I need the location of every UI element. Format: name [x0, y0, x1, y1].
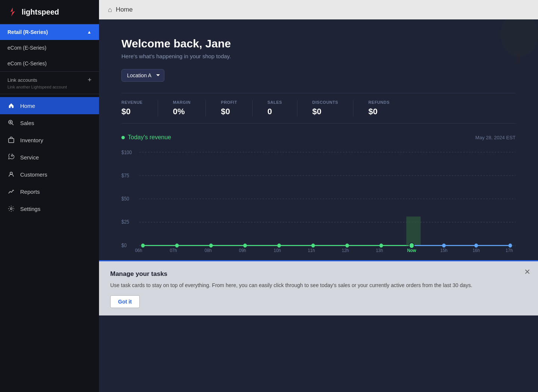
svg-text:11h: 11h	[308, 248, 315, 253]
service-icon	[7, 153, 15, 161]
sidebar-item-settings[interactable]: Settings	[0, 200, 99, 217]
svg-line-1	[12, 124, 14, 125]
stat-margin: MARGIN 0%	[173, 100, 206, 116]
svg-point-31	[508, 243, 512, 248]
stats-bar: REVENUE $0 MARGIN 0% PROFIT $0 SALES 0 D…	[121, 93, 516, 124]
svg-point-5	[10, 172, 12, 174]
stat-refunds-label: REFUNDS	[368, 100, 390, 105]
welcome-title: Welcome back, Jane	[121, 37, 516, 50]
link-accounts-button[interactable]: Link accounts +	[7, 76, 92, 84]
inventory-icon	[7, 136, 15, 144]
topbar-home-icon: ⌂	[108, 6, 112, 14]
sidebar-item-service[interactable]: Service	[0, 149, 99, 166]
svg-rect-19	[406, 217, 420, 246]
brand-name: lightspeed	[22, 8, 59, 16]
top-bar: ⌂ Home	[99, 0, 538, 19]
svg-text:07h: 07h	[170, 248, 177, 253]
sidebar-item-customers[interactable]: Customers	[0, 166, 99, 183]
task-card-close-button[interactable]: ✕	[524, 267, 531, 276]
svg-point-23	[243, 243, 247, 248]
svg-point-24	[277, 243, 281, 248]
revenue-chart-svg: $100 $75 $50 $25 $0	[121, 148, 516, 253]
stat-revenue-label: REVENUE	[121, 100, 143, 105]
chart-date: May 28, 2024 EST	[475, 135, 516, 140]
chart-title-text: Today's revenue	[128, 134, 171, 141]
link-accounts-sublabel: Link another Lightspeed account	[7, 85, 92, 89]
sidebar-item-reports-label: Reports	[20, 189, 40, 195]
account-retail-label: Retail (R-Series)	[7, 29, 48, 35]
main-content: ⌂ Home Welcome back, Jane Here's what's …	[99, 0, 538, 392]
svg-point-20	[141, 243, 145, 248]
stat-sales-label: SALES	[268, 100, 282, 105]
sidebar-item-sales-label: Sales	[20, 120, 34, 126]
svg-text:09h: 09h	[239, 248, 246, 253]
sidebar-item-settings-label: Settings	[20, 206, 40, 212]
chart-title: Today's revenue	[121, 134, 171, 141]
stat-sales-value: 0	[268, 107, 282, 116]
settings-icon	[7, 205, 15, 212]
sidebar-logo: lightspeed	[0, 0, 99, 24]
account-section: Retail (R-Series) ▲ eCom (E-Series) eCom…	[0, 24, 99, 72]
stat-discounts-label: DISCOUNTS	[312, 100, 338, 105]
stat-revenue-value: $0	[121, 107, 143, 116]
chart-header: Today's revenue May 28, 2024 EST	[121, 134, 516, 141]
svg-text:$100: $100	[121, 149, 132, 155]
svg-text:16h: 16h	[473, 248, 480, 253]
stat-refunds-value: $0	[368, 107, 390, 116]
sidebar-item-home-label: Home	[20, 103, 35, 109]
revenue-chart-section: Today's revenue May 28, 2024 EST $100 $7…	[121, 134, 516, 253]
stat-profit-label: PROFIT	[221, 100, 237, 105]
customers-icon	[7, 171, 15, 178]
sidebar-item-sales[interactable]: Sales	[0, 114, 99, 131]
sidebar-item-reports[interactable]: Reports	[0, 183, 99, 200]
svg-text:$75: $75	[121, 172, 129, 178]
svg-text:$25: $25	[121, 219, 129, 225]
sidebar: lightspeed Retail (R-Series) ▲ eCom (E-S…	[0, 0, 99, 392]
stat-profit-value: $0	[221, 107, 237, 116]
stat-revenue: REVENUE $0	[121, 100, 158, 116]
decorative-tree	[471, 19, 538, 64]
svg-text:$0: $0	[121, 242, 127, 248]
link-accounts-section: Link accounts + Link another Lightspeed …	[0, 72, 99, 94]
stat-margin-label: MARGIN	[173, 100, 191, 105]
sidebar-item-home[interactable]: Home	[0, 97, 99, 114]
reports-icon	[7, 188, 15, 195]
sidebar-item-inventory[interactable]: Inventory	[0, 131, 99, 149]
stat-margin-value: 0%	[173, 107, 191, 116]
account-ecom-e-label: eCom (E-Series)	[7, 45, 46, 51]
svg-point-30	[474, 243, 478, 248]
sales-icon	[7, 119, 15, 127]
account-ecom-e[interactable]: eCom (E-Series)	[0, 40, 99, 56]
account-ecom-c-label: eCom (C-Series)	[7, 60, 47, 66]
stat-discounts: DISCOUNTS $0	[312, 100, 353, 116]
account-retail[interactable]: Retail (R-Series) ▲	[0, 24, 99, 40]
location-select[interactable]: Location A	[121, 69, 164, 82]
svg-point-29	[442, 243, 446, 248]
svg-point-25	[311, 243, 315, 248]
task-card: ✕ Manage your tasks Use task cards to st…	[99, 260, 538, 315]
svg-point-22	[209, 243, 213, 248]
svg-text:13h: 13h	[376, 248, 383, 253]
sidebar-item-customers-label: Customers	[20, 171, 47, 178]
link-accounts-label-text: Link accounts	[7, 77, 37, 83]
svg-text:08h: 08h	[205, 248, 212, 253]
lightspeed-logo-icon	[7, 7, 18, 17]
got-it-button[interactable]: Got it	[110, 295, 140, 308]
topbar-title: Home	[116, 6, 133, 13]
chevron-up-icon: ▲	[87, 29, 92, 35]
stat-profit: PROFIT $0	[221, 100, 252, 116]
svg-point-27	[380, 243, 383, 248]
dashboard: Welcome back, Jane Here's what's happeni…	[99, 19, 538, 392]
svg-point-26	[345, 243, 349, 248]
sidebar-item-service-label: Service	[20, 154, 39, 161]
welcome-subtitle: Here's what's happening in your shop tod…	[121, 53, 516, 59]
svg-point-6	[10, 208, 12, 210]
svg-text:12h: 12h	[342, 248, 349, 253]
stat-discounts-value: $0	[312, 107, 338, 116]
svg-rect-8	[516, 53, 520, 64]
task-card-title: Manage your tasks	[110, 270, 527, 278]
main-nav: Home Sales Inventory Service	[0, 94, 99, 392]
stat-sales: SALES 0	[268, 100, 297, 116]
account-ecom-c[interactable]: eCom (C-Series)	[0, 56, 99, 71]
plus-icon: +	[87, 76, 92, 84]
